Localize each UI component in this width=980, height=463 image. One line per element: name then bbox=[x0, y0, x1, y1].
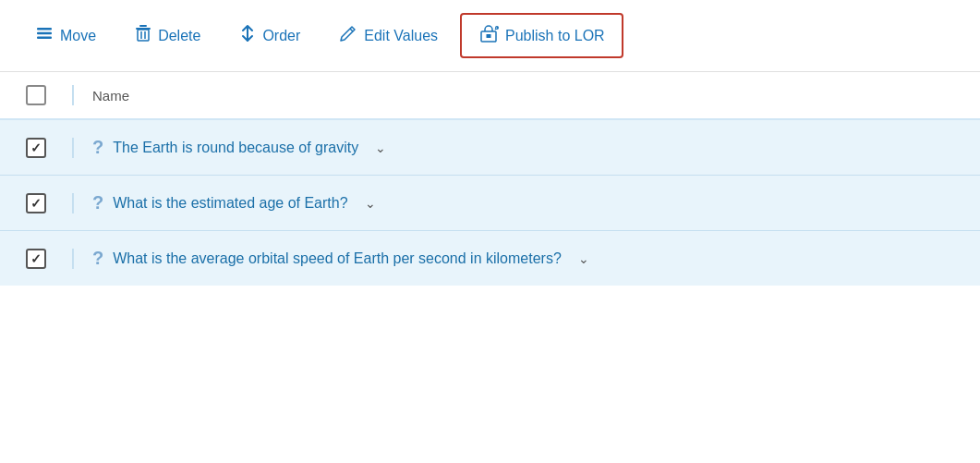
row1-checkbox[interactable]: ✓ bbox=[26, 138, 46, 158]
select-all-checkbox[interactable] bbox=[26, 85, 46, 105]
row3-checkbox-col: ✓ bbox=[0, 249, 74, 269]
delete-icon bbox=[135, 24, 151, 47]
table-header: Name bbox=[0, 72, 980, 120]
publish-to-lor-button[interactable]: + Publish to LOR bbox=[460, 13, 623, 58]
chevron-down-icon[interactable]: ⌄ bbox=[375, 140, 386, 155]
publish-icon: + bbox=[478, 24, 499, 47]
move-button[interactable]: Move bbox=[18, 15, 113, 56]
svg-line-8 bbox=[350, 29, 353, 31]
order-label: Order bbox=[262, 28, 300, 44]
delete-button[interactable]: Delete bbox=[118, 15, 217, 56]
questions-table: Name ✓ ? The Earth is round because of g… bbox=[0, 72, 980, 286]
chevron-down-icon[interactable]: ⌄ bbox=[578, 251, 589, 266]
toolbar: Move Delete Order bbox=[0, 0, 980, 72]
question-icon: ? bbox=[92, 248, 103, 269]
svg-rect-2 bbox=[37, 37, 52, 40]
row3-content: ? What is the average orbital speed of E… bbox=[74, 248, 980, 269]
edit-values-button[interactable]: Edit Values bbox=[322, 15, 454, 56]
row3-checkbox[interactable]: ✓ bbox=[26, 249, 46, 269]
svg-rect-4 bbox=[139, 25, 147, 27]
order-button[interactable]: Order bbox=[223, 15, 317, 56]
svg-text:+: + bbox=[496, 26, 498, 30]
header-checkbox-col bbox=[0, 85, 74, 105]
row3-text: What is the average orbital speed of Ear… bbox=[113, 250, 562, 267]
svg-rect-10 bbox=[487, 34, 491, 38]
row2-checkbox[interactable]: ✓ bbox=[26, 193, 46, 213]
publish-to-lor-label: Publish to LOR bbox=[505, 28, 605, 44]
row2-content: ? What is the estimated age of Earth? ⌄ bbox=[74, 192, 980, 213]
row2-text: What is the estimated age of Earth? bbox=[113, 195, 347, 212]
row2-checkbox-col: ✓ bbox=[0, 193, 74, 213]
move-icon bbox=[35, 24, 54, 47]
question-icon: ? bbox=[92, 137, 103, 158]
svg-rect-1 bbox=[37, 32, 52, 35]
question-icon: ? bbox=[92, 192, 103, 213]
row1-text: The Earth is round because of gravity bbox=[113, 140, 358, 156]
row1-checkbox-col: ✓ bbox=[0, 138, 74, 158]
name-column-header: Name bbox=[74, 88, 129, 104]
chevron-down-icon[interactable]: ⌄ bbox=[365, 196, 376, 211]
edit-values-label: Edit Values bbox=[364, 28, 438, 44]
order-icon bbox=[239, 24, 256, 47]
edit-icon bbox=[339, 24, 357, 47]
move-label: Move bbox=[60, 28, 96, 44]
delete-label: Delete bbox=[158, 28, 200, 44]
svg-rect-5 bbox=[138, 30, 149, 41]
table-row: ✓ ? What is the estimated age of Earth? … bbox=[0, 176, 980, 231]
svg-rect-0 bbox=[37, 28, 52, 30]
row1-content: ? The Earth is round because of gravity … bbox=[74, 137, 980, 158]
table-row: ✓ ? What is the average orbital speed of… bbox=[0, 231, 980, 286]
table-row: ✓ ? The Earth is round because of gravit… bbox=[0, 120, 980, 176]
